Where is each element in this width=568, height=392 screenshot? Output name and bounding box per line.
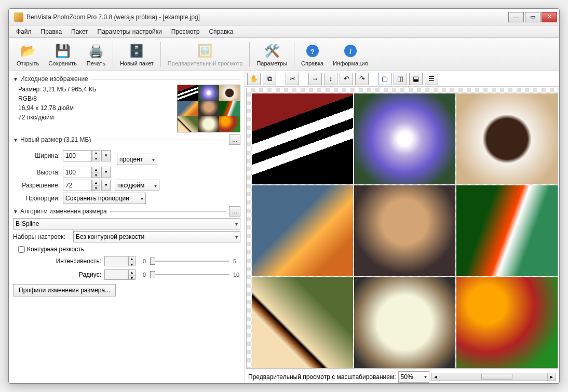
intensity-min: 0 bbox=[139, 258, 146, 264]
tri-down-icon: ▼ bbox=[13, 76, 18, 82]
width-label: Ширина: bbox=[13, 152, 60, 159]
presets-label: Наборы настроек: bbox=[13, 233, 70, 240]
newsize-options-button[interactable]: … bbox=[229, 134, 240, 145]
source-size: Размер: 3,21 МБ / 965,4 КБ bbox=[18, 86, 177, 93]
menu-batch[interactable]: Пакет bbox=[67, 26, 92, 37]
source-thumbnail[interactable] bbox=[177, 85, 240, 132]
scroll-right-button[interactable]: ► bbox=[547, 373, 556, 381]
intensity-slider[interactable] bbox=[150, 256, 229, 266]
source-dims: 16,94 x 12,78 дюйм bbox=[18, 104, 177, 112]
save-button[interactable]: 💾Сохранить bbox=[44, 39, 82, 70]
newsize-section-header[interactable]: ▼Новый размер (3,21 МБ)… bbox=[13, 134, 240, 145]
view-split-h-button[interactable]: ⬓ bbox=[409, 73, 423, 85]
print-icon: 🖨️ bbox=[88, 43, 104, 59]
window-title: BenVista PhotoZoom Pro 7.0.8 (wersja pró… bbox=[26, 13, 508, 21]
minimize-button[interactable]: — bbox=[508, 12, 524, 22]
left-panel: ▼Исходное изображение Размер: 3,21 МБ / … bbox=[9, 71, 245, 383]
unsharp-label: Контурная резкость bbox=[27, 246, 84, 253]
view-split-v-button[interactable]: ◫ bbox=[394, 73, 407, 85]
menu-file[interactable]: Файл bbox=[12, 26, 36, 37]
svg-text:?: ? bbox=[310, 48, 314, 56]
batch-icon: 🗄️ bbox=[128, 43, 145, 59]
method-select[interactable]: B-Spline bbox=[13, 218, 240, 229]
scroll-thumb[interactable] bbox=[481, 374, 512, 380]
menu-help[interactable]: Справка bbox=[205, 26, 237, 37]
resolution-history-button[interactable]: ▾ bbox=[101, 180, 111, 191]
open-button[interactable]: 📂Открыть bbox=[12, 39, 44, 70]
tri-down-icon: ▼ bbox=[13, 137, 18, 143]
height-label: Высота: bbox=[13, 169, 60, 176]
right-panel: ✋ ⧉ ✂ ↔ ↕ ↶ ↷ ▢ ◫ ⬓ ☰ bbox=[245, 71, 559, 383]
menu-view[interactable]: Просмотр bbox=[167, 26, 204, 37]
view-toolbar: ✋ ⧉ ✂ ↔ ↕ ↶ ↷ ▢ ◫ ⬓ ☰ bbox=[245, 71, 559, 87]
radius-max: 10 bbox=[233, 272, 240, 278]
menu-settings[interactable]: Параметры настройки bbox=[93, 26, 166, 37]
algo-options-button[interactable]: … bbox=[229, 206, 240, 217]
preview-icon: 🖼️ bbox=[197, 43, 213, 59]
algo-section-header[interactable]: ▼Алгоритм изменения размера… bbox=[13, 206, 240, 217]
source-dpi: 72 пкс/дюйм bbox=[18, 114, 177, 121]
horizontal-scrollbar[interactable]: ◄ ► bbox=[431, 373, 556, 381]
params-button[interactable]: 🛠️Параметры bbox=[252, 39, 292, 70]
app-window: BenVista PhotoZoom Pro 7.0.8 (wersja pró… bbox=[8, 8, 560, 384]
menu-edit[interactable]: Правка bbox=[37, 26, 66, 37]
profiles-button[interactable]: Профили изменения размера... bbox=[13, 284, 116, 296]
intensity-label: Интенсивность: bbox=[13, 258, 101, 265]
presets-select[interactable]: Без контурной резкости bbox=[73, 231, 240, 242]
flip-h-button[interactable]: ↔ bbox=[308, 73, 322, 85]
resolution-label: Разрешение: bbox=[13, 182, 60, 189]
help-icon: ? bbox=[304, 43, 321, 59]
height-spinner[interactable]: ▲▼ bbox=[92, 167, 100, 178]
select-tool-button[interactable]: ⧉ bbox=[263, 73, 276, 85]
new-batch-button[interactable]: 🗄️Новый пакет bbox=[115, 39, 158, 70]
maximize-button[interactable]: ▭ bbox=[525, 12, 540, 22]
unit-select[interactable]: процент bbox=[117, 154, 157, 165]
width-input[interactable] bbox=[63, 150, 92, 161]
radius-label: Радиус: bbox=[13, 271, 101, 278]
pan-tool-button[interactable]: ✋ bbox=[247, 73, 261, 85]
preview-button[interactable]: 🖼️Предварительный просмотр bbox=[163, 39, 248, 70]
width-spinner[interactable]: ▲▼ bbox=[92, 150, 100, 161]
app-icon bbox=[14, 12, 23, 22]
menubar: Файл Правка Пакет Параметры настройки Пр… bbox=[9, 25, 559, 38]
view-stack-button[interactable]: ☰ bbox=[425, 73, 438, 85]
height-input[interactable] bbox=[63, 167, 92, 178]
radius-slider[interactable] bbox=[150, 269, 229, 280]
close-button[interactable]: ✕ bbox=[542, 12, 557, 22]
resolution-input[interactable] bbox=[63, 180, 92, 191]
preview-area[interactable] bbox=[246, 88, 558, 369]
intensity-spinner[interactable]: ▲▼ bbox=[128, 256, 136, 266]
info-button[interactable]: iИнформация bbox=[328, 39, 372, 70]
rotate-cw-button[interactable]: ↷ bbox=[355, 73, 369, 85]
unsharp-checkbox[interactable] bbox=[18, 246, 25, 253]
width-history-button[interactable]: ▾ bbox=[101, 150, 111, 161]
info-icon: i bbox=[342, 43, 359, 59]
scroll-left-button[interactable]: ◄ bbox=[432, 373, 440, 381]
tri-down-icon: ▼ bbox=[13, 209, 18, 214]
zoom-select[interactable]: 50% bbox=[398, 371, 429, 383]
save-icon: 💾 bbox=[55, 43, 71, 59]
print-button[interactable]: 🖨️Печать bbox=[82, 39, 111, 70]
intensity-input[interactable] bbox=[104, 256, 128, 266]
view-single-button[interactable]: ▢ bbox=[378, 73, 391, 85]
source-section-header[interactable]: ▼Исходное изображение bbox=[13, 75, 240, 83]
titlebar: BenVista PhotoZoom Pro 7.0.8 (wersja pró… bbox=[9, 9, 559, 25]
toolbar: 📂Открыть 💾Сохранить 🖨️Печать 🗄️Новый пак… bbox=[9, 38, 559, 71]
folder-open-icon: 📂 bbox=[20, 43, 36, 59]
proportions-select[interactable]: Сохранить пропорции bbox=[63, 193, 146, 204]
help-button[interactable]: ?Справка bbox=[296, 39, 328, 70]
tools-icon: 🛠️ bbox=[264, 43, 280, 59]
crop-tool-button[interactable]: ✂ bbox=[286, 73, 299, 85]
radius-spinner[interactable]: ▲▼ bbox=[128, 269, 136, 280]
height-history-button[interactable]: ▾ bbox=[101, 167, 111, 178]
intensity-max: 5 bbox=[233, 258, 240, 264]
zoom-label: Предварительный просмотр с масштабирован… bbox=[248, 373, 396, 381]
resolution-spinner[interactable]: ▲▼ bbox=[92, 180, 100, 191]
preview-image bbox=[252, 93, 558, 368]
radius-min: 0 bbox=[139, 272, 146, 278]
flip-v-button[interactable]: ↕ bbox=[324, 73, 337, 85]
resolution-unit-select[interactable]: пкс/дюйм bbox=[115, 180, 159, 191]
rotate-ccw-button[interactable]: ↶ bbox=[340, 73, 353, 85]
radius-input[interactable] bbox=[104, 269, 128, 280]
source-mode: RGB/8 bbox=[18, 95, 177, 102]
